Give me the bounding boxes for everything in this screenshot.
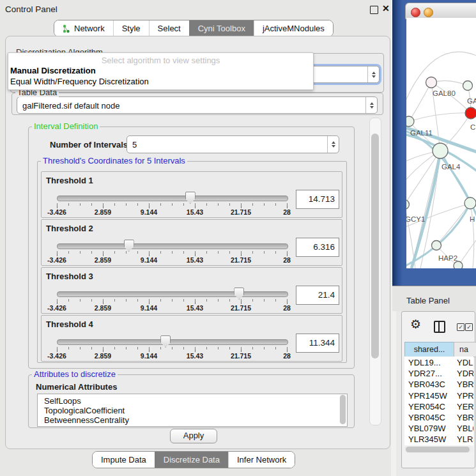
combo-stepper-icon[interactable] [365,97,377,113]
network-edge[interactable] [440,151,470,203]
attribute-list-item[interactable]: TopologicalCoefficient [44,406,125,415]
threshold-panel-3: Threshold 3-3.4262.8599.14415.4321.71528… [41,267,342,314]
interval-group-label: Interval Definition [32,122,100,131]
num-intervals-combobox[interactable]: 5 [127,135,339,153]
network-node-gal4[interactable] [433,143,448,158]
table-row[interactable]: YER054CYER0 [404,401,473,412]
combo-stepper-icon[interactable] [327,136,339,153]
table-row[interactable]: YDL19...YDL1 [404,357,473,368]
algorithm-dropdown-popup: Select algorithm to view settings Manual… [8,52,314,90]
network-edge[interactable] [409,113,471,121]
minimize-light-icon[interactable] [424,8,433,17]
bottom-tab-bar: Impute DataDiscretize DataInfer Network [92,451,295,468]
slider-scale-label: 21.715 [231,304,251,312]
threshold-panel-4: Threshold 4-3.4262.8599.14415.4321.71528… [41,315,342,362]
apply-button[interactable]: Apply [170,429,217,443]
attribute-list-item[interactable]: SelfLoops [44,396,81,406]
dropdown-option-equal-width[interactable]: Equal Width/Frequency Discretization [10,77,149,86]
table-cell: YPR145W [408,391,447,401]
float-window-icon[interactable] [370,6,378,14]
checkbox-icon[interactable]: ✓ [465,323,473,331]
network-node-ga[interactable] [463,81,473,91]
table-row[interactable]: YBR043CYBR0 [404,379,473,390]
slider-scale-label: 28 [283,304,291,312]
tab-label: jActiveMNodules [263,24,325,33]
network-edge[interactable] [409,82,431,121]
network-window-titlebar[interactable] [405,3,476,19]
network-node-c[interactable] [465,107,476,119]
threshold-slider-thumb[interactable] [185,192,196,204]
network-node-h[interactable] [464,197,476,209]
threshold-slider-track[interactable] [57,196,288,201]
network-node-hap2[interactable] [432,241,441,250]
slider-scale-label: 2.859 [95,256,111,264]
dropdown-hint: Select algorithm to view settings [8,56,313,65]
table-hscrollbar-thumb[interactable] [406,447,470,452]
table-panel-title: Table Panel [406,296,450,305]
column-selector-icon[interactable] [434,321,445,333]
table-cell: YPR1 [457,391,473,401]
network-canvas[interactable]: GAL80GACGAL11GAL4GCY1HHAP2 [406,18,476,268]
tab-cyni-toolbox[interactable]: Cyni Toolbox [189,20,254,36]
table-hscrollbar-track[interactable] [404,446,473,453]
tab-label: Style [122,24,141,33]
table-row[interactable]: YBL079WYBL0 [404,423,473,434]
dropdown-option-manual[interactable]: Manual Discretization [10,66,96,75]
close-light-icon[interactable] [411,8,420,17]
table-cell: YDL1 [457,358,473,367]
zoom-light-icon[interactable] [436,8,445,16]
threshold-value-field[interactable]: 14.713 [296,190,339,209]
bottom-tab-infer-network[interactable]: Infer Network [228,452,295,468]
table-data-combobox[interactable]: galFiltered.sif default node [17,96,378,114]
threshold-panel-2: Threshold 2-3.4262.8599.14415.4321.71528… [41,219,342,266]
threshold-label: Threshold 4 [46,319,93,329]
list-vscrollbar-track[interactable] [339,395,346,424]
threshold-value-field[interactable]: 11.344 [296,334,339,353]
table-row[interactable]: YDR27...YDR2 [404,368,473,379]
slider-scale-label: 28 [283,352,291,360]
numerical-attributes-list[interactable]: SelfLoopsTopologicalCoefficientBetweenne… [37,394,348,427]
close-icon[interactable]: ✕ [382,3,390,13]
list-vscrollbar-thumb[interactable] [340,395,346,424]
tab-select[interactable]: Select [149,20,189,36]
node-label: C [470,123,475,131]
threshold-slider-track[interactable] [57,243,288,249]
slider-scale-label: 15.43 [187,304,203,312]
threshold-value-field[interactable]: 6.316 [296,238,339,257]
bottom-tab-impute-data[interactable]: Impute Data [93,452,155,468]
tab-network[interactable]: Network [54,20,113,36]
network-node-gcy1[interactable] [406,200,410,210]
threshold-slider-track[interactable] [57,291,288,297]
threshold-slider-track[interactable] [57,339,288,345]
threshold-slider-thumb[interactable] [234,288,244,300]
num-intervals-label: Number of Intervals [50,140,128,150]
network-edge[interactable] [470,203,474,268]
attribute-list-item[interactable]: BetweennessCentrality [44,415,129,425]
slider-scale-label: 2.859 [95,304,111,312]
table-row[interactable]: YPR145WYPR1 [404,390,473,401]
network-node-gal80[interactable] [426,77,437,88]
tab-jactivemnodules[interactable]: jActiveMNodules [254,20,333,36]
table-cell: YDR27... [408,369,442,378]
network-edge[interactable] [436,203,470,245]
column-header-name[interactable]: na [454,342,476,357]
table-row[interactable]: YBR045CYBR0 [404,412,473,423]
network-node[interactable] [454,261,463,268]
table-panel-titlebar: Table Panel [392,286,476,311]
gear-icon[interactable]: ⚙ [410,317,421,332]
table-cell: YLR3 [457,434,473,444]
panel-vscrollbar-track[interactable] [369,118,381,426]
bottom-tab-discretize-data[interactable]: Discretize Data [155,452,228,468]
table-row[interactable]: YLR345WYLR3 [404,434,473,445]
checkbox-icon[interactable]: ✓ [457,323,464,331]
slider-scale-label: -3.426 [47,304,66,312]
slider-minor-ticks [57,347,288,349]
column-header-shared-name[interactable]: shared... [404,342,454,357]
tab-style[interactable]: Style [113,20,149,36]
network-node-gal11[interactable] [406,116,414,127]
threshold-slider-thumb[interactable] [160,335,171,348]
threshold-slider-thumb[interactable] [124,240,134,252]
combo-stepper-icon[interactable] [367,66,379,82]
panel-vscrollbar-thumb[interactable] [371,134,379,358]
threshold-value-field[interactable]: 21.4 [296,286,339,305]
